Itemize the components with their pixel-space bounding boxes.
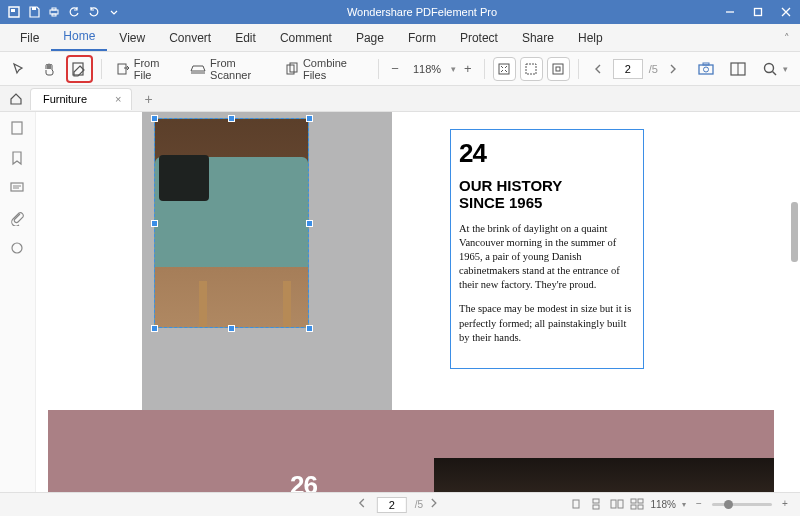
status-next-page-icon[interactable] bbox=[429, 498, 443, 512]
svg-rect-29 bbox=[593, 505, 599, 509]
menu-help[interactable]: Help bbox=[566, 27, 615, 51]
redo-icon[interactable] bbox=[86, 4, 102, 20]
from-file-button[interactable]: From File bbox=[110, 57, 180, 81]
window-title: Wondershare PDFelement Pro bbox=[128, 6, 716, 18]
svg-rect-35 bbox=[638, 505, 643, 509]
document-canvas[interactable]: 24 OUR HISTORY SINCE 1965 At the brink o… bbox=[36, 112, 800, 492]
undo-icon[interactable] bbox=[66, 4, 82, 20]
document-tab[interactable]: Furniture × bbox=[30, 88, 132, 110]
quickaccess-more-icon[interactable] bbox=[106, 4, 122, 20]
menu-edit[interactable]: Edit bbox=[223, 27, 268, 51]
tab-close-icon[interactable]: × bbox=[115, 93, 121, 105]
close-button[interactable] bbox=[772, 0, 800, 24]
resize-handle-s[interactable] bbox=[228, 325, 235, 332]
svg-rect-12 bbox=[526, 64, 536, 74]
status-zoom-dropdown-icon[interactable]: ▾ bbox=[682, 500, 686, 509]
zoom-slider[interactable] bbox=[712, 503, 772, 506]
heading-line-1: OUR HISTORY bbox=[459, 177, 635, 194]
resize-handle-w[interactable] bbox=[151, 220, 158, 227]
view-facing-icon[interactable] bbox=[610, 498, 624, 512]
next-page-button[interactable] bbox=[662, 57, 684, 81]
page-dark-image bbox=[434, 458, 774, 492]
menu-form[interactable]: Form bbox=[396, 27, 448, 51]
svg-rect-1 bbox=[50, 10, 58, 14]
page-large-number: 24 bbox=[459, 136, 635, 171]
view-single-icon[interactable] bbox=[570, 498, 584, 512]
prev-page-button[interactable] bbox=[587, 57, 609, 81]
page-number-input[interactable] bbox=[613, 59, 643, 79]
view-continuous-icon[interactable] bbox=[590, 498, 604, 512]
save-icon[interactable] bbox=[26, 4, 42, 20]
minimize-button[interactable] bbox=[716, 0, 744, 24]
svg-rect-22 bbox=[12, 122, 22, 134]
search-panel-icon[interactable] bbox=[9, 240, 27, 258]
print-icon[interactable] bbox=[46, 4, 62, 20]
menu-share[interactable]: Share bbox=[510, 27, 566, 51]
vertical-scrollbar[interactable] bbox=[788, 112, 800, 492]
view-facing-continuous-icon[interactable] bbox=[630, 498, 644, 512]
svg-rect-23 bbox=[11, 183, 23, 191]
svg-rect-33 bbox=[638, 499, 643, 503]
select-tool-icon[interactable] bbox=[6, 57, 32, 81]
scrollbar-thumb[interactable] bbox=[791, 202, 798, 262]
svg-line-21 bbox=[773, 71, 777, 75]
read-mode-icon[interactable] bbox=[724, 57, 752, 81]
menu-file[interactable]: File bbox=[8, 27, 51, 51]
combine-files-button[interactable]: Combine Files bbox=[279, 57, 370, 81]
menu-page[interactable]: Page bbox=[344, 27, 396, 51]
fit-width-icon[interactable] bbox=[520, 57, 543, 81]
status-zoom-in-icon[interactable]: + bbox=[778, 498, 792, 512]
status-bar: /5 118% ▾ − + bbox=[0, 492, 800, 516]
body-paragraph-1: At the brink of daylight on a quaint Van… bbox=[459, 222, 635, 293]
resize-handle-sw[interactable] bbox=[151, 325, 158, 332]
text-block[interactable]: 24 OUR HISTORY SINCE 1965 At the brink o… bbox=[450, 129, 644, 369]
zoom-value[interactable]: 118% bbox=[407, 63, 447, 75]
svg-rect-30 bbox=[611, 500, 616, 508]
zoom-dropdown-icon[interactable]: ▾ bbox=[451, 64, 456, 74]
new-tab-button[interactable]: + bbox=[138, 91, 158, 107]
home-tab-icon[interactable] bbox=[6, 90, 26, 108]
resize-handle-n[interactable] bbox=[228, 115, 235, 122]
app-logo-icon bbox=[6, 4, 22, 20]
svg-point-20 bbox=[765, 63, 774, 72]
svg-rect-0 bbox=[32, 7, 36, 10]
resize-handle-ne[interactable] bbox=[306, 115, 313, 122]
screenshot-icon[interactable] bbox=[692, 57, 720, 81]
thumbnails-panel-icon[interactable] bbox=[9, 120, 27, 138]
from-file-icon bbox=[116, 61, 130, 77]
resize-handle-e[interactable] bbox=[306, 220, 313, 227]
menu-convert[interactable]: Convert bbox=[157, 27, 223, 51]
from-scanner-label: From Scanner bbox=[210, 57, 269, 81]
bookmarks-panel-icon[interactable] bbox=[9, 150, 27, 168]
toolbar: From File From Scanner Combine Files − 1… bbox=[0, 52, 800, 86]
workspace: 24 OUR HISTORY SINCE 1965 At the brink o… bbox=[0, 112, 800, 492]
zoom-in-button[interactable]: + bbox=[460, 61, 476, 76]
search-icon[interactable]: ▾ bbox=[756, 57, 794, 81]
from-scanner-button[interactable]: From Scanner bbox=[184, 57, 275, 81]
edit-tool-icon[interactable] bbox=[66, 55, 93, 83]
attachments-panel-icon[interactable] bbox=[9, 210, 27, 228]
svg-rect-31 bbox=[618, 500, 623, 508]
comments-panel-icon[interactable] bbox=[9, 180, 27, 198]
zoom-out-button[interactable]: − bbox=[387, 61, 403, 76]
maximize-button[interactable] bbox=[744, 0, 772, 24]
status-zoom-value: 118% bbox=[650, 499, 676, 510]
zoom-slider-knob[interactable] bbox=[724, 500, 733, 509]
combine-files-label: Combine Files bbox=[303, 57, 364, 81]
menu-comment[interactable]: Comment bbox=[268, 27, 344, 51]
selected-image[interactable] bbox=[154, 118, 309, 328]
menu-home[interactable]: Home bbox=[51, 25, 107, 51]
from-scanner-icon bbox=[190, 61, 206, 77]
actual-size-icon[interactable] bbox=[547, 57, 570, 81]
fit-page-icon[interactable] bbox=[493, 57, 516, 81]
menu-view[interactable]: View bbox=[107, 27, 157, 51]
collapse-ribbon-icon[interactable]: ˄ bbox=[784, 32, 790, 45]
menu-protect[interactable]: Protect bbox=[448, 27, 510, 51]
status-page-input[interactable] bbox=[377, 497, 407, 513]
resize-handle-nw[interactable] bbox=[151, 115, 158, 122]
status-prev-page-icon[interactable] bbox=[357, 498, 371, 512]
hand-tool-icon[interactable] bbox=[36, 57, 62, 81]
resize-handle-se[interactable] bbox=[306, 325, 313, 332]
document-tab-label: Furniture bbox=[43, 93, 87, 105]
status-zoom-out-icon[interactable]: − bbox=[692, 498, 706, 512]
